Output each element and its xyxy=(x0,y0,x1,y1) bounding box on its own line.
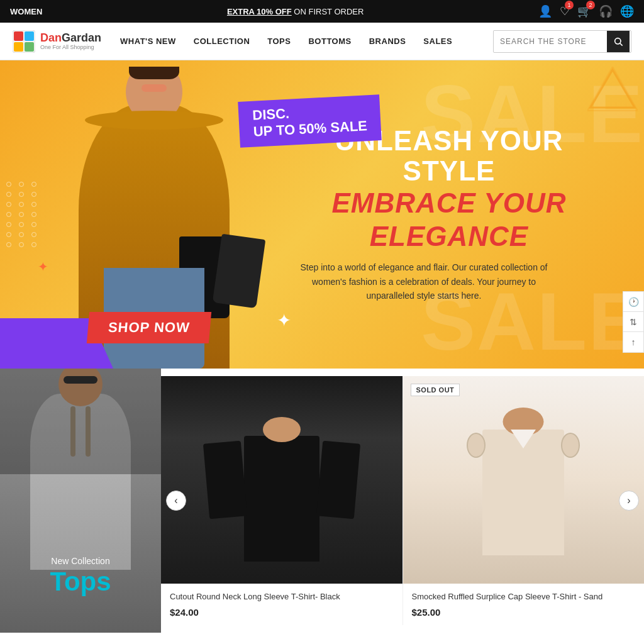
search-input[interactable] xyxy=(494,37,607,46)
search-button[interactable] xyxy=(607,30,630,53)
products-row: Cutout Round Neck Long Sleeve T-Shirt- B… xyxy=(161,376,644,625)
svg-line-6 xyxy=(620,43,623,46)
side-icons-panel: 🕐 ⇅ ↑ xyxy=(623,291,644,353)
svg-rect-4 xyxy=(25,42,34,52)
logo-text: DanGardan xyxy=(40,31,101,44)
product-info-2: Smocked Ruffled Surplice Cap Sleeve T-Sh… xyxy=(403,584,645,625)
section-label: WOMEN xyxy=(10,7,42,16)
product-carousel: ‹ Cutout Round Neck Long xyxy=(161,369,644,633)
sold-out-badge: SOLD OUT xyxy=(411,384,460,396)
svg-rect-3 xyxy=(14,42,23,52)
headset-icon[interactable]: 🎧 xyxy=(599,4,613,18)
wall-overlay xyxy=(0,369,161,474)
svg-marker-7 xyxy=(591,70,635,108)
carousel-next-button[interactable]: › xyxy=(619,491,639,511)
hero-banner: SALE SALE SHOP NOW ✦ ✦ ✦ DISC. UP T xyxy=(0,60,644,369)
hero-content: UNLEASH YOUR STYLE EMBRACE YOUR ELEGANCE… xyxy=(292,126,606,303)
disc-badge: DISC. UP TO 50% SALE xyxy=(238,94,382,147)
svg-rect-2 xyxy=(25,31,34,41)
globe-icon[interactable]: 🌐 xyxy=(620,4,634,18)
nav-bar: DanGardan One For All Shopping WHAT'S NE… xyxy=(0,23,644,60)
logo-icon xyxy=(13,30,35,53)
collection-category: Tops xyxy=(50,567,111,596)
top-bar-icons: 👤 ♡1 🛒2 🎧 🌐 xyxy=(538,4,634,18)
person-glasses xyxy=(142,84,167,92)
nav-whats-new[interactable]: WHAT'S NEW xyxy=(120,36,176,46)
nav-bottoms[interactable]: BOTTOMS xyxy=(308,36,351,46)
nav-sales[interactable]: SALES xyxy=(423,36,452,46)
product-price-1: $24.00 xyxy=(170,607,394,618)
collection-text-overlay: New Collection Tops xyxy=(50,556,111,595)
history-icon-btn[interactable]: 🕐 xyxy=(623,292,643,312)
hero-description: Step into a world of elegance and flair.… xyxy=(292,261,556,303)
collection-label: New Collection xyxy=(50,556,111,566)
product-image-2 xyxy=(403,376,645,584)
svg-marker-8 xyxy=(587,67,638,111)
product-card-2: SOLD OUT Smock xyxy=(402,376,645,625)
svg-rect-1 xyxy=(14,31,23,41)
product-price-2: $25.00 xyxy=(412,607,636,618)
star-deco-1: ✦ xyxy=(38,259,48,274)
carousel-prev-button[interactable]: ‹ xyxy=(166,491,186,511)
hero-dots xyxy=(6,182,39,247)
star-deco-2: ✦ xyxy=(277,310,291,331)
collection-banner: New Collection Tops xyxy=(0,369,161,633)
top-bar: WOMEN EXTRA 10% OFF ON FIRST ORDER 👤 ♡1 … xyxy=(0,0,644,23)
share-icon-btn[interactable]: ⇅ xyxy=(623,312,643,332)
search-bar xyxy=(493,30,631,53)
deco-shapes-tr xyxy=(587,67,638,117)
person-hair xyxy=(129,67,179,79)
logo-sub: One For All Shopping xyxy=(40,44,101,50)
product-image-1 xyxy=(161,376,402,584)
product-section: New Collection Tops ‹ xyxy=(0,369,644,633)
nav-tops[interactable]: TOPS xyxy=(267,36,291,46)
product-info-1: Cutout Round Neck Long Sleeve T-Shirt- B… xyxy=(161,584,402,625)
shopping-bag-2 xyxy=(213,234,266,309)
wishlist-icon[interactable]: ♡1 xyxy=(560,4,570,18)
hero-title2: EMBRACE YOUR ELEGANCE xyxy=(292,187,606,253)
nav-links: WHAT'S NEW COLLECTION TOPS BOTTOMS BRAND… xyxy=(120,36,493,46)
disc-badge-area: DISC. UP TO 50% SALE xyxy=(239,98,380,150)
nav-brands[interactable]: BRANDS xyxy=(369,36,406,46)
product-name-1: Cutout Round Neck Long Sleeve T-Shirt- B… xyxy=(170,591,394,602)
logo[interactable]: DanGardan One For All Shopping xyxy=(13,30,101,53)
scroll-top-icon-btn[interactable]: ↑ xyxy=(623,332,643,352)
promo-text: EXTRA 10% OFF ON FIRST ORDER xyxy=(52,7,538,16)
promo-highlight: EXTRA 10% OFF xyxy=(227,7,292,16)
person-shoulders xyxy=(85,111,223,130)
user-icon[interactable]: 👤 xyxy=(538,4,552,18)
cart-icon[interactable]: 🛒2 xyxy=(577,4,591,18)
svg-point-5 xyxy=(615,38,621,43)
product-card-1: Cutout Round Neck Long Sleeve T-Shirt- B… xyxy=(161,376,402,625)
shop-now-button[interactable]: SHOP NOW xyxy=(87,312,211,343)
product-name-2: Smocked Ruffled Surplice Cap Sleeve T-Sh… xyxy=(412,591,636,602)
nav-collection[interactable]: COLLECTION xyxy=(194,36,250,46)
promo-suffix: ON FIRST ORDER xyxy=(294,7,364,16)
